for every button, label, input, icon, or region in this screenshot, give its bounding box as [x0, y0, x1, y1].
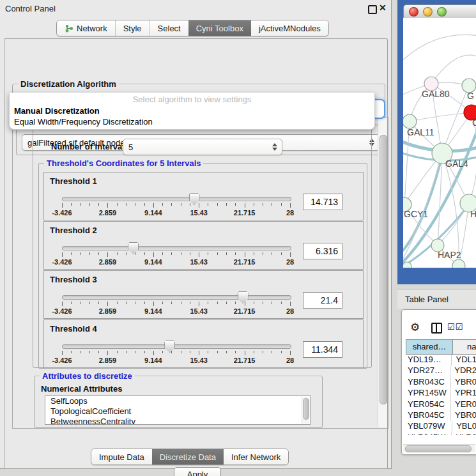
tab-cyni-toolbox[interactable]: Cyni Toolbox	[188, 20, 251, 36]
slider-thumb[interactable]	[164, 341, 175, 353]
apply-button[interactable]: Apply	[174, 467, 221, 476]
interval-definition-group: Interval Definition Number of Intervals …	[33, 124, 372, 368]
slider-track[interactable]	[62, 295, 291, 300]
slider-track[interactable]	[62, 344, 291, 349]
minor-tick	[98, 351, 99, 353]
panel-title: Control Panel	[5, 4, 56, 13]
cell-name: YDL1	[451, 355, 476, 365]
node-table-rows[interactable]: YDL19…YDL1YDR27…YDR2YBR043CYBR0YPR145WYP…	[406, 355, 476, 435]
float-window-icon[interactable]	[368, 5, 377, 14]
table-row[interactable]: YBR043CYBR0	[406, 377, 476, 388]
slider-track[interactable]	[62, 246, 291, 250]
tab-select[interactable]: Select	[150, 20, 188, 36]
minor-tick	[254, 302, 254, 304]
minor-tick	[263, 252, 263, 255]
column-header-shared-name[interactable]: shared…	[406, 339, 453, 355]
minor-tick	[171, 252, 172, 255]
algorithm-option-manual[interactable]: Manual Discretization	[14, 106, 100, 116]
table-row[interactable]: YER054CYER0	[406, 399, 476, 410]
table-row[interactable]: YPR145WYPR1	[406, 388, 476, 399]
attribute-list-item[interactable]: SelfLoops	[45, 396, 310, 406]
minor-tick	[208, 203, 208, 206]
threshold-label: Threshold 4	[50, 324, 97, 334]
columns-icon[interactable]	[431, 323, 442, 334]
tick-label: -3.426	[52, 209, 72, 217]
scrollbar-thumb[interactable]	[380, 135, 387, 404]
attribute-list-item[interactable]: TopologicalCoefficient	[45, 406, 310, 417]
tick-label: 2.859	[99, 209, 117, 217]
threshold-3-panel: Threshold 3-3.4262.8599.14415.4321.71528…	[43, 270, 364, 319]
numerical-attributes-label: Numerical Attributes	[41, 384, 122, 394]
table-row[interactable]: YBL079WYBL0	[406, 421, 476, 432]
tick-label: 2.859	[99, 357, 117, 364]
close-icon[interactable]: ✕	[379, 3, 387, 13]
table-row[interactable]: YLR345WYLR3	[406, 433, 476, 435]
cell-shared-name: YBR045C	[406, 410, 450, 421]
zoom-traffic-light-icon[interactable]	[437, 7, 447, 17]
node-unlabeled[interactable]	[403, 262, 411, 268]
minor-tick	[281, 302, 282, 304]
slider-thumb[interactable]	[189, 193, 200, 205]
table-row[interactable]: YDR27…YDR2	[406, 365, 476, 376]
minor-tick	[272, 351, 272, 353]
node-unlabeled[interactable]	[452, 259, 465, 268]
slider-track[interactable]	[62, 197, 291, 201]
table-horizontal-scrollbar[interactable]	[403, 444, 475, 452]
threshold-value-field[interactable]: 21.4	[303, 292, 342, 309]
tab-style[interactable]: Style	[115, 20, 150, 36]
tab-impute-data[interactable]: Impute Data	[91, 449, 152, 464]
tick-label: -3.426	[52, 357, 72, 364]
algorithm-option-equal-width[interactable]: Equal Width/Frequency Discretization	[14, 117, 153, 127]
minimize-traffic-light-icon[interactable]	[423, 7, 433, 17]
tick-label: 28	[286, 357, 294, 364]
minor-tick	[162, 351, 163, 353]
major-tick	[62, 351, 63, 355]
checkbox-icons[interactable]: ☑☑	[447, 322, 463, 332]
tab-jactivemnodules[interactable]: jActiveMNodules	[251, 20, 328, 36]
tab-network[interactable]: Network	[57, 20, 115, 36]
close-traffic-light-icon[interactable]	[409, 7, 418, 17]
scrollbar-thumb[interactable]	[303, 398, 309, 420]
network-canvas[interactable]: GAL80GCGAL11GAL4GCY1HHAP2	[403, 18, 476, 268]
gear-icon[interactable]: ⚙	[410, 321, 420, 334]
major-tick	[107, 351, 108, 355]
minor-tick	[190, 252, 190, 255]
main-vertical-scrollbar[interactable]	[378, 118, 387, 427]
tab-infer-network[interactable]: Infer Network	[224, 449, 288, 464]
threshold-value-field[interactable]: 11.344	[303, 341, 342, 358]
minor-tick	[98, 302, 99, 304]
tab-label: Style	[123, 24, 142, 33]
threshold-value-field[interactable]: 14.713	[303, 194, 342, 210]
minor-tick	[81, 351, 81, 353]
number-of-intervals-combo[interactable]: 5	[123, 139, 282, 155]
numerical-attributes-list[interactable]: SelfLoopsTopologicalCoefficientBetweenne…	[45, 395, 311, 425]
network-nodes[interactable]: GAL80GCGAL11GAL4GCY1HHAP2	[403, 77, 476, 268]
minor-tick	[254, 351, 254, 353]
threshold-label: Threshold 1	[50, 176, 97, 186]
scrollbar-thumb[interactable]	[405, 445, 472, 452]
slider-thumb[interactable]	[128, 242, 139, 254]
minor-tick	[254, 252, 254, 255]
threshold-label: Threshold 2	[50, 226, 97, 235]
minor-tick	[181, 252, 181, 255]
attributes-scrollbar[interactable]	[302, 397, 309, 424]
control-panel-titlebar: Control Panel ✕	[0, 0, 391, 17]
minor-tick	[281, 203, 282, 206]
attribute-list-item[interactable]: BetweennessCentrality	[45, 417, 310, 425]
minor-tick	[272, 252, 272, 255]
threshold-value-field[interactable]: 6.316	[303, 243, 342, 259]
minor-tick	[98, 203, 99, 206]
settings-scroll-pane: Interval Definition Number of Intervals …	[12, 117, 388, 429]
tab-discretize-data[interactable]: Discretize Data	[152, 449, 224, 464]
table-row[interactable]: YDL19…YDL1	[406, 355, 476, 365]
node-GAL11[interactable]	[403, 114, 417, 128]
node-label-C: C	[472, 118, 476, 128]
minor-tick	[162, 252, 163, 255]
table-row[interactable]: YBR045CYBR0	[406, 410, 476, 421]
node-label-GCY1: GCY1	[404, 209, 428, 219]
major-tick	[153, 252, 154, 257]
column-header-name[interactable]: na	[452, 339, 476, 355]
threshold-4-panel: Threshold 4-3.4262.8599.14415.4321.71528…	[43, 319, 364, 368]
slider-thumb[interactable]	[238, 291, 249, 303]
major-tick	[290, 302, 291, 306]
